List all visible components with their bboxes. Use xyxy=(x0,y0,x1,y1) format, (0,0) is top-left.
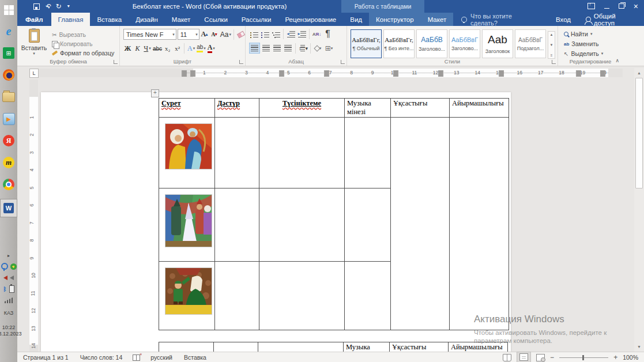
style-title[interactable]: Аab Заголовок xyxy=(482,29,513,58)
header-cell[interactable]: Ұқсастығы xyxy=(391,99,450,118)
tab-table-design[interactable]: Конструктор xyxy=(369,13,421,26)
style-no-spacing[interactable]: АаБбВвГг, ¶ Без инте... xyxy=(383,29,415,58)
network-signal-icon[interactable] xyxy=(5,297,13,303)
close-icon[interactable]: × xyxy=(634,2,638,10)
style-heading2[interactable]: АаБбВвГ Заголово... xyxy=(449,29,480,58)
multilevel-list-button[interactable] xyxy=(271,29,281,39)
merged-cell[interactable] xyxy=(391,118,450,330)
subscript-button[interactable]: x₂ xyxy=(163,44,172,54)
table-cell[interactable] xyxy=(259,188,345,262)
table-cell[interactable] xyxy=(259,118,345,188)
select-button[interactable]: ↖Выделить▾ xyxy=(564,50,623,57)
underline-dropdown-arrow[interactable]: ▾ xyxy=(149,46,151,51)
table-cell[interactable] xyxy=(215,118,259,188)
replace-button[interactable]: abЗаменить xyxy=(564,40,623,47)
file-explorer-icon[interactable] xyxy=(2,90,15,103)
yandex-browser-icon[interactable]: Я xyxy=(2,134,15,147)
style-heading1[interactable]: АаБбВ Заголово... xyxy=(416,29,447,58)
scroll-up-icon[interactable]: ▲ xyxy=(637,68,641,78)
table-cell[interactable] xyxy=(215,188,259,262)
antivirus-tray-icon[interactable] xyxy=(10,263,17,270)
key-tray-icon[interactable] xyxy=(1,263,8,270)
tab-layout[interactable]: Макет xyxy=(165,13,198,26)
format-painter-button[interactable]: Формат по образцу xyxy=(52,50,114,56)
tab-insert[interactable]: Вставка xyxy=(90,13,129,26)
tab-view[interactable]: Вид xyxy=(343,13,369,26)
borders-button[interactable]: ⊞▾ xyxy=(324,43,334,53)
table-cell[interactable] xyxy=(258,342,344,352)
ribbon-display-options-icon[interactable] xyxy=(587,3,595,10)
chrome-icon[interactable] xyxy=(2,178,15,191)
proofing-icon[interactable] xyxy=(133,355,140,361)
cut-button[interactable]: ✂Вырезать xyxy=(52,31,114,38)
zoom-level[interactable]: 100% xyxy=(623,354,638,361)
ruler-column-marker[interactable] xyxy=(393,70,398,77)
table-cell[interactable] xyxy=(214,342,258,352)
styles-dialog-launcher[interactable] xyxy=(552,60,556,64)
table-cell[interactable] xyxy=(345,262,391,330)
underline-button[interactable]: Ч▾ xyxy=(143,44,152,54)
ruler-column-marker[interactable] xyxy=(279,70,284,77)
m-app-icon[interactable]: m xyxy=(2,156,15,169)
start-button[interactable] xyxy=(2,3,15,16)
numbering-button[interactable] xyxy=(260,29,270,39)
header-cell[interactable]: Музыка мінезі xyxy=(345,99,391,118)
zoom-slider[interactable] xyxy=(559,357,608,358)
read-mode-icon[interactable] xyxy=(503,354,511,361)
line-spacing-button[interactable]: ↕▾ xyxy=(298,43,308,53)
ruler-column-marker[interactable] xyxy=(182,70,187,77)
header-cell[interactable]: Айырмашылығы xyxy=(449,342,508,352)
find-button[interactable]: Найти▾ xyxy=(564,31,623,37)
tell-me-search[interactable]: Что вы хотите сделать? xyxy=(453,13,548,26)
print-layout-button[interactable] xyxy=(517,352,531,362)
minimize-icon[interactable] xyxy=(604,3,609,10)
table-cell[interactable] xyxy=(215,262,259,330)
header-cell[interactable]: Ұқсастығы xyxy=(390,342,449,352)
ruler-column-marker[interactable] xyxy=(438,70,443,77)
ruler-column-marker[interactable] xyxy=(576,70,581,77)
scrollbar-thumb[interactable] xyxy=(635,78,643,188)
share-button[interactable]: Общий доступ xyxy=(579,13,644,27)
tab-references[interactable]: Ссылки xyxy=(197,13,235,26)
picture-cell[interactable] xyxy=(159,118,215,188)
vertical-scrollbar[interactable]: ▲ ▼ xyxy=(634,68,644,352)
zoom-out-button[interactable]: − xyxy=(550,353,554,361)
align-right-button[interactable] xyxy=(272,43,282,53)
tab-selector[interactable]: L xyxy=(29,69,39,78)
clear-formatting-button[interactable] xyxy=(236,29,245,39)
table-cell[interactable] xyxy=(345,118,391,188)
italic-button[interactable]: К xyxy=(133,44,142,54)
volume-icon[interactable] xyxy=(10,276,14,280)
tab-file[interactable]: Файл xyxy=(17,13,51,26)
battery-icon[interactable] xyxy=(9,285,14,293)
header-cell[interactable]: Музыка xyxy=(344,342,390,352)
volume-red-icon[interactable] xyxy=(3,276,7,280)
bullets-button[interactable] xyxy=(249,29,259,39)
restore-icon[interactable] xyxy=(619,3,624,10)
table-cell[interactable] xyxy=(345,188,391,262)
header-cell[interactable]: Дәстүр xyxy=(215,99,259,118)
paste-dropdown-arrow[interactable]: ▾ xyxy=(33,51,35,56)
word-count[interactable]: Число слов: 14 xyxy=(74,354,129,361)
clock-time[interactable]: 10:22 xyxy=(2,325,16,331)
horizontal-ruler[interactable]: 1234567891011121314151617181920 xyxy=(39,69,623,77)
scroll-down-icon[interactable]: ▼ xyxy=(637,342,641,352)
ruler-column-marker[interactable] xyxy=(499,70,504,77)
font-name-dropdown-arrow[interactable]: ▾ xyxy=(171,32,175,37)
tab-design[interactable]: Дизайн xyxy=(129,13,165,26)
strikethrough-button[interactable]: abc xyxy=(153,44,162,54)
change-case-button[interactable]: Аа▾ xyxy=(220,29,231,39)
decrease-indent-button[interactable] xyxy=(286,29,296,39)
clipboard-dialog-launcher[interactable] xyxy=(114,60,118,64)
font-dialog-launcher[interactable] xyxy=(239,60,243,64)
zoom-in-button[interactable]: + xyxy=(613,353,617,361)
align-center-button[interactable] xyxy=(261,43,271,53)
sort-button[interactable]: АЯ↓ xyxy=(312,29,322,39)
style-subtitle[interactable]: АаБбВвГ Подзагол... xyxy=(515,29,546,58)
font-size-dropdown-arrow[interactable]: ▾ xyxy=(194,32,198,37)
bold-button[interactable]: Ж xyxy=(123,44,132,54)
tab-review[interactable]: Рецензирование xyxy=(278,13,343,26)
microsoft-store-icon[interactable]: ⊞ xyxy=(2,47,15,59)
text-effects-button[interactable]: А▾ xyxy=(187,44,195,54)
ruler-column-marker[interactable] xyxy=(324,70,329,77)
